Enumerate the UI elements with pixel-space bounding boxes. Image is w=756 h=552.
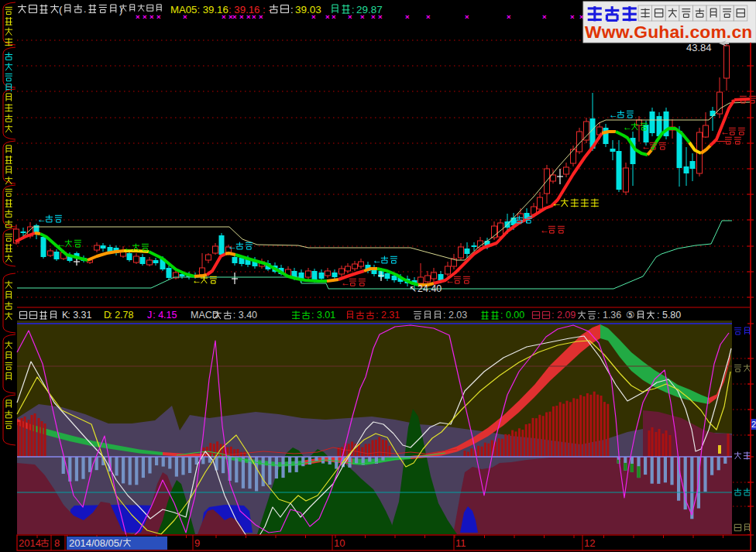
svg-text:←: ← (623, 122, 632, 132)
svg-text:×: × (371, 12, 376, 21)
svg-text:: 2.03: : 2.03 (443, 310, 467, 321)
svg-text:←: ← (609, 109, 618, 120)
svg-text:43.84: 43.84 (686, 42, 712, 53)
svg-text:J: J (147, 310, 152, 321)
svg-text:12: 12 (584, 537, 595, 549)
svg-text:×: × (149, 12, 154, 21)
svg-text:←: ← (552, 197, 562, 209)
svg-text:×: × (570, 12, 575, 21)
svg-text:←: ← (37, 214, 46, 225)
svg-text:: 3.31: : 3.31 (67, 310, 91, 321)
svg-text:×: × (465, 12, 469, 21)
svg-text:: 5.80: : 5.80 (657, 310, 681, 321)
svg-text:×: × (246, 12, 251, 21)
svg-text:: 3.40: : 3.40 (233, 310, 257, 321)
svg-text:←: ← (373, 255, 382, 266)
svg-text:8: 8 (54, 537, 60, 549)
svg-text:×: × (426, 12, 431, 21)
svg-text::: : (290, 4, 294, 15)
svg-text:—: — (731, 94, 741, 105)
svg-text:←: ← (507, 214, 517, 225)
svg-text:9: 9 (194, 537, 200, 549)
svg-text:24.40: 24.40 (418, 283, 442, 294)
svg-text:2014/08/05/: 2014/08/05/ (69, 537, 122, 549)
svg-text:.: . (84, 4, 86, 15)
svg-text:←: ← (124, 242, 133, 253)
svg-text:: 4.15: : 4.15 (153, 310, 177, 321)
svg-text:×: × (222, 12, 226, 21)
svg-text:×: × (183, 12, 187, 21)
svg-text:2014: 2014 (19, 537, 41, 549)
svg-text:(: ( (59, 4, 63, 15)
svg-text:←: ← (445, 275, 455, 286)
svg-text:←: ← (192, 275, 201, 286)
svg-text:×: × (252, 12, 256, 21)
svg-text:39.03: 39.03 (295, 4, 321, 15)
svg-text:×: × (405, 12, 410, 21)
svg-text:×: × (325, 12, 330, 21)
svg-text:⑤: ⑤ (626, 310, 634, 321)
svg-text:Www.Guhai.com.cn: Www.Guhai.com.cn (585, 22, 752, 42)
svg-text:: 0.00: : 0.00 (500, 310, 524, 321)
svg-text:×: × (239, 12, 244, 21)
svg-text:×: × (136, 12, 140, 21)
svg-text:×: × (360, 12, 365, 21)
svg-text:×: × (348, 12, 352, 21)
svg-text:MA05: 39.16: MA05: 39.16 (170, 4, 229, 15)
svg-text:2: 2 (751, 420, 756, 429)
svg-text:×: × (259, 12, 263, 21)
svg-text:: 3.01: : 3.01 (311, 310, 335, 321)
svg-text:←: ← (641, 141, 651, 152)
svg-text:×: × (156, 12, 161, 21)
svg-text:: 1.36: : 1.36 (597, 310, 621, 321)
svg-text:×: × (232, 12, 237, 21)
svg-text:×: × (378, 12, 383, 21)
svg-text:←: ← (341, 277, 350, 288)
svg-text:×: × (311, 12, 316, 21)
svg-text:×: × (143, 12, 147, 21)
svg-text:←: ← (228, 241, 237, 252)
svg-text:: 2.31: : 2.31 (376, 310, 400, 321)
svg-text:×: × (332, 12, 336, 21)
svg-text:—: — (716, 135, 726, 146)
svg-text:×: × (542, 12, 547, 21)
svg-text:←: ← (57, 238, 66, 249)
svg-text:←: ← (540, 225, 549, 235)
svg-text:10: 10 (334, 537, 345, 549)
svg-text:×: × (507, 12, 511, 21)
svg-text:: 2.78: : 2.78 (109, 310, 133, 321)
svg-text:↖: ↖ (409, 283, 417, 294)
svg-text:: 2.09: : 2.09 (552, 310, 576, 321)
svg-text:11: 11 (455, 537, 466, 549)
